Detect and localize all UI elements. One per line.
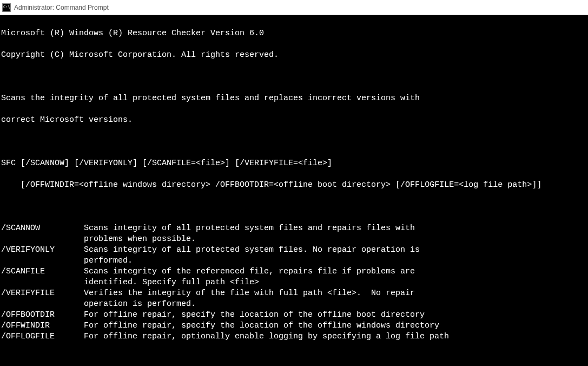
indent xyxy=(1,234,84,245)
option-desc: Scans integrity of all protected system … xyxy=(84,245,420,256)
option-line: /SCANNOWScans integrity of all protected… xyxy=(1,223,587,234)
option-desc: problems when possible. xyxy=(84,234,196,245)
option-desc: For offline repair, specify the location… xyxy=(84,310,425,321)
output-line: Scans the integrity of all protected sys… xyxy=(1,93,587,104)
option-line: operation is performed. xyxy=(1,299,587,310)
output-line: correct Microsoft versions. xyxy=(1,115,587,126)
option-line: /OFFWINDIRFor offline repair, specify th… xyxy=(1,321,587,331)
terminal-output[interactable]: Microsoft (R) Windows (R) Resource Check… xyxy=(0,15,588,366)
option-desc: Verifies the integrity of the file with … xyxy=(84,288,415,299)
window-titlebar[interactable]: C:\ Administrator: Command Prompt xyxy=(0,0,588,15)
option-key: /VERIFYFILE xyxy=(1,288,84,299)
option-line: /SCANFILEScans integrity of the referenc… xyxy=(1,266,587,277)
output-line: Copyright (C) Microsoft Corporation. All… xyxy=(1,50,587,61)
output-line: [/OFFWINDIR=<offline windows directory> … xyxy=(1,180,587,191)
option-key: /SCANFILE xyxy=(1,266,84,277)
option-line: identified. Specify full path <file> xyxy=(1,277,587,288)
option-desc: For offline repair, specify the location… xyxy=(84,321,439,331)
option-desc: Scans integrity of the referenced file, … xyxy=(84,266,415,277)
option-line: performed. xyxy=(1,256,587,266)
blank-line xyxy=(1,71,587,82)
blank-line xyxy=(1,201,587,212)
option-line: /VERIFYFILEVerifies the integrity of the… xyxy=(1,288,587,299)
window-title: Administrator: Command Prompt xyxy=(14,4,109,11)
option-desc: For offline repair, optionally enable lo… xyxy=(84,331,449,342)
output-line: SFC [/SCANNOW] [/VERIFYONLY] [/SCANFILE=… xyxy=(1,158,587,169)
option-desc: identified. Specify full path <file> xyxy=(84,277,259,288)
option-key: /OFFWINDIR xyxy=(1,321,84,331)
option-line: /OFFBOOTDIRFor offline repair, specify t… xyxy=(1,310,587,321)
indent xyxy=(1,256,84,266)
indent xyxy=(1,277,84,288)
option-key: /OFFBOOTDIR xyxy=(1,310,84,321)
indent xyxy=(1,299,84,310)
option-desc: Scans integrity of all protected system … xyxy=(84,223,415,234)
option-desc: performed. xyxy=(84,256,133,266)
option-key: /SCANNOW xyxy=(1,223,84,234)
blank-line xyxy=(1,136,587,147)
blank-line xyxy=(1,353,587,364)
option-key: /VERIFYONLY xyxy=(1,245,84,256)
cmd-icon: C:\ xyxy=(2,3,11,12)
svg-text:C:\: C:\ xyxy=(3,5,10,9)
option-line: /VERIFYONLYScans integrity of all protec… xyxy=(1,245,587,256)
option-line: /OFFLOGFILEFor offline repair, optionall… xyxy=(1,331,587,342)
option-line: problems when possible. xyxy=(1,234,587,245)
option-desc: operation is performed. xyxy=(84,299,196,310)
option-key: /OFFLOGFILE xyxy=(1,331,84,342)
output-line: Microsoft (R) Windows (R) Resource Check… xyxy=(1,28,587,39)
